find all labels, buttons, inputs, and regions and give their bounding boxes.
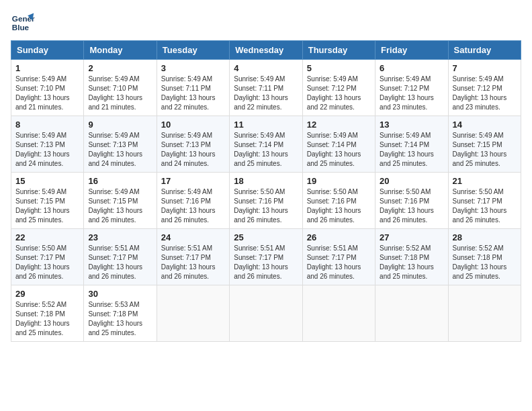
weekday-row: SundayMondayTuesdayWednesdayThursdayFrid… (11, 41, 521, 60)
day-cell-19: 19Sunrise: 5:50 AMSunset: 7:16 PMDayligh… (302, 173, 375, 229)
day-number: 15 (15, 176, 79, 186)
calendar-week-1: 1Sunrise: 5:49 AMSunset: 7:10 PMDaylight… (11, 60, 521, 116)
weekday-header-thursday: Thursday (302, 41, 375, 60)
day-number: 30 (88, 289, 152, 299)
weekday-header-saturday: Saturday (448, 41, 521, 60)
day-info: Sunrise: 5:51 AMSunset: 7:17 PMDaylight:… (161, 244, 225, 281)
day-info: Sunrise: 5:49 AMSunset: 7:10 PMDaylight:… (15, 75, 79, 112)
day-info: Sunrise: 5:49 AMSunset: 7:16 PMDaylight:… (161, 187, 225, 225)
day-number: 9 (88, 120, 152, 130)
day-info: Sunrise: 5:49 AMSunset: 7:13 PMDaylight:… (88, 131, 152, 169)
day-info: Sunrise: 5:49 AMSunset: 7:13 PMDaylight:… (161, 131, 225, 169)
day-info: Sunrise: 5:49 AMSunset: 7:15 PMDaylight:… (15, 187, 79, 225)
day-number: 16 (88, 176, 152, 186)
day-cell-24: 24Sunrise: 5:51 AMSunset: 7:17 PMDayligh… (157, 229, 229, 285)
day-number: 12 (307, 120, 371, 130)
day-cell-9: 9Sunrise: 5:49 AMSunset: 7:13 PMDaylight… (84, 116, 157, 173)
day-number: 4 (234, 63, 298, 73)
day-info: Sunrise: 5:50 AMSunset: 7:16 PMDaylight:… (380, 187, 443, 225)
day-info: Sunrise: 5:50 AMSunset: 7:16 PMDaylight:… (234, 187, 298, 225)
day-number: 27 (380, 232, 443, 242)
day-cell-29: 29Sunrise: 5:52 AMSunset: 7:18 PMDayligh… (11, 285, 84, 342)
day-cell-17: 17Sunrise: 5:49 AMSunset: 7:16 PMDayligh… (157, 173, 229, 229)
day-cell-2: 2Sunrise: 5:49 AMSunset: 7:10 PMDaylight… (84, 60, 157, 116)
day-info: Sunrise: 5:49 AMSunset: 7:12 PMDaylight:… (453, 75, 517, 112)
empty-cell (448, 285, 521, 342)
header: General Blue (11, 11, 521, 35)
day-number: 21 (453, 176, 517, 186)
calendar-week-4: 22Sunrise: 5:50 AMSunset: 7:17 PMDayligh… (11, 229, 521, 285)
svg-text:Blue: Blue (12, 23, 30, 32)
day-number: 3 (161, 63, 225, 73)
day-info: Sunrise: 5:50 AMSunset: 7:17 PMDaylight:… (453, 187, 517, 225)
day-cell-12: 12Sunrise: 5:49 AMSunset: 7:14 PMDayligh… (302, 116, 375, 173)
day-cell-13: 13Sunrise: 5:49 AMSunset: 7:14 PMDayligh… (375, 116, 448, 173)
logo-icon: General Blue (11, 11, 35, 35)
day-info: Sunrise: 5:49 AMSunset: 7:14 PMDaylight:… (307, 131, 371, 169)
day-number: 2 (88, 63, 152, 73)
day-info: Sunrise: 5:49 AMSunset: 7:11 PMDaylight:… (234, 75, 298, 112)
day-number: 29 (15, 289, 79, 299)
day-info: Sunrise: 5:49 AMSunset: 7:10 PMDaylight:… (88, 75, 152, 112)
day-number: 24 (161, 232, 225, 242)
logo: General Blue (11, 11, 35, 35)
calendar-week-2: 8Sunrise: 5:49 AMSunset: 7:13 PMDaylight… (11, 116, 521, 173)
day-number: 18 (234, 176, 298, 186)
day-number: 6 (380, 63, 443, 73)
day-cell-4: 4Sunrise: 5:49 AMSunset: 7:11 PMDaylight… (230, 60, 302, 116)
empty-cell (230, 285, 302, 342)
day-info: Sunrise: 5:49 AMSunset: 7:12 PMDaylight:… (380, 75, 443, 112)
calendar-week-5: 29Sunrise: 5:52 AMSunset: 7:18 PMDayligh… (11, 285, 521, 342)
day-cell-3: 3Sunrise: 5:49 AMSunset: 7:11 PMDaylight… (157, 60, 229, 116)
day-cell-27: 27Sunrise: 5:52 AMSunset: 7:18 PMDayligh… (375, 229, 448, 285)
day-info: Sunrise: 5:51 AMSunset: 7:17 PMDaylight:… (234, 244, 298, 281)
day-number: 17 (161, 176, 225, 186)
day-number: 14 (453, 120, 517, 130)
weekday-header-friday: Friday (375, 41, 448, 60)
day-number: 8 (15, 120, 79, 130)
day-number: 5 (307, 63, 371, 73)
day-info: Sunrise: 5:49 AMSunset: 7:15 PMDaylight:… (453, 131, 517, 169)
day-info: Sunrise: 5:49 AMSunset: 7:12 PMDaylight:… (307, 75, 371, 112)
day-number: 22 (15, 232, 79, 242)
day-cell-21: 21Sunrise: 5:50 AMSunset: 7:17 PMDayligh… (448, 173, 521, 229)
day-info: Sunrise: 5:52 AMSunset: 7:18 PMDaylight:… (380, 244, 443, 281)
day-cell-30: 30Sunrise: 5:53 AMSunset: 7:18 PMDayligh… (84, 285, 157, 342)
calendar-week-3: 15Sunrise: 5:49 AMSunset: 7:15 PMDayligh… (11, 173, 521, 229)
day-info: Sunrise: 5:53 AMSunset: 7:18 PMDaylight:… (88, 300, 152, 338)
day-cell-10: 10Sunrise: 5:49 AMSunset: 7:13 PMDayligh… (157, 116, 229, 173)
calendar-header: SundayMondayTuesdayWednesdayThursdayFrid… (11, 41, 521, 60)
day-info: Sunrise: 5:49 AMSunset: 7:11 PMDaylight:… (161, 75, 225, 112)
day-cell-26: 26Sunrise: 5:51 AMSunset: 7:17 PMDayligh… (302, 229, 375, 285)
day-cell-7: 7Sunrise: 5:49 AMSunset: 7:12 PMDaylight… (448, 60, 521, 116)
day-cell-1: 1Sunrise: 5:49 AMSunset: 7:10 PMDaylight… (11, 60, 84, 116)
empty-cell (157, 285, 229, 342)
day-cell-11: 11Sunrise: 5:49 AMSunset: 7:14 PMDayligh… (230, 116, 302, 173)
day-cell-6: 6Sunrise: 5:49 AMSunset: 7:12 PMDaylight… (375, 60, 448, 116)
day-number: 13 (380, 120, 443, 130)
day-cell-16: 16Sunrise: 5:49 AMSunset: 7:15 PMDayligh… (84, 173, 157, 229)
day-info: Sunrise: 5:49 AMSunset: 7:13 PMDaylight:… (15, 131, 79, 169)
day-info: Sunrise: 5:51 AMSunset: 7:17 PMDaylight:… (307, 244, 371, 281)
day-info: Sunrise: 5:52 AMSunset: 7:18 PMDaylight:… (453, 244, 517, 281)
weekday-header-sunday: Sunday (11, 41, 84, 60)
day-cell-28: 28Sunrise: 5:52 AMSunset: 7:18 PMDayligh… (448, 229, 521, 285)
weekday-header-monday: Monday (84, 41, 157, 60)
day-number: 7 (453, 63, 517, 73)
day-cell-18: 18Sunrise: 5:50 AMSunset: 7:16 PMDayligh… (230, 173, 302, 229)
day-cell-22: 22Sunrise: 5:50 AMSunset: 7:17 PMDayligh… (11, 229, 84, 285)
empty-cell (302, 285, 375, 342)
day-cell-20: 20Sunrise: 5:50 AMSunset: 7:16 PMDayligh… (375, 173, 448, 229)
day-number: 26 (307, 232, 371, 242)
day-number: 25 (234, 232, 298, 242)
day-cell-14: 14Sunrise: 5:49 AMSunset: 7:15 PMDayligh… (448, 116, 521, 173)
day-info: Sunrise: 5:50 AMSunset: 7:17 PMDaylight:… (15, 244, 79, 281)
day-cell-5: 5Sunrise: 5:49 AMSunset: 7:12 PMDaylight… (302, 60, 375, 116)
day-info: Sunrise: 5:49 AMSunset: 7:14 PMDaylight:… (234, 131, 298, 169)
day-number: 19 (307, 176, 371, 186)
day-number: 11 (234, 120, 298, 130)
day-info: Sunrise: 5:49 AMSunset: 7:14 PMDaylight:… (380, 131, 443, 169)
weekday-header-tuesday: Tuesday (157, 41, 229, 60)
day-cell-15: 15Sunrise: 5:49 AMSunset: 7:15 PMDayligh… (11, 173, 84, 229)
calendar-table: SundayMondayTuesdayWednesdayThursdayFrid… (11, 40, 521, 342)
